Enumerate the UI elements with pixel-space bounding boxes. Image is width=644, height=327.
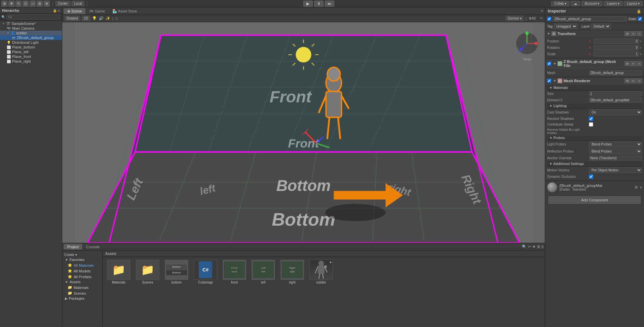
all-materials-item[interactable]: ⭐ All Materials <box>62 262 102 268</box>
add-component-button[interactable]: Add Component <box>548 196 641 204</box>
obj-name-field[interactable] <box>553 16 627 22</box>
project-icon4[interactable]: 9 <box>541 245 543 249</box>
tab-scene[interactable]: ⊕ Scene <box>64 8 85 14</box>
hierarchy-menu[interactable]: ≡ <box>58 9 60 12</box>
tree-item-main-camera[interactable]: 📷 Main Camera <box>0 26 62 31</box>
tree-item-plane-front[interactable]: ⬜ Plane_front <box>0 54 62 59</box>
receive-shadows-checkbox[interactable] <box>589 117 593 121</box>
scale-tool[interactable]: ⊡ <box>23 1 29 7</box>
light-probes-select[interactable]: Blend Probes <box>589 141 642 147</box>
front-asset-item[interactable]: Frontfront front <box>221 260 248 284</box>
pause-button[interactable]: ⏸ <box>314 1 324 7</box>
cast-shadows-select[interactable]: On <box>589 109 642 115</box>
right-asset-item[interactable]: Rightright right <box>279 260 306 284</box>
tab-project[interactable]: Project <box>64 244 82 250</box>
gizmos-dropdown[interactable]: Gizmos ▾ <box>505 16 524 21</box>
tree-item-plane-left[interactable]: ⬜ Plane_left <box>0 50 62 54</box>
left-asset-item[interactable]: Leftleft left <box>250 260 277 284</box>
mr-btn3[interactable]: × <box>637 78 642 83</box>
move-tool[interactable]: ✥ <box>8 1 14 7</box>
mesh-value[interactable] <box>589 70 642 75</box>
materials-sidebar-item[interactable]: 📁 Materials <box>62 285 102 290</box>
pivot-btn[interactable]: Center <box>55 1 70 6</box>
tab-asset-store[interactable]: 🏪 Asset Store <box>109 8 141 14</box>
project-icon3[interactable]: ⊞ <box>537 244 540 249</box>
static-checkbox[interactable] <box>638 17 642 21</box>
element0-input[interactable] <box>589 98 642 103</box>
transform-btn1[interactable]: ⚙ <box>624 31 630 36</box>
materials-folder-item[interactable]: 📁 Materials <box>105 260 132 284</box>
create-button[interactable]: Create ▾ <box>64 253 77 257</box>
scale-x-input[interactable] <box>594 52 639 57</box>
hierarchy-lock[interactable]: 🔒 <box>53 9 57 12</box>
scenes-sidebar-item[interactable]: 📁 Scenes <box>62 290 102 296</box>
soldier-asset-item[interactable]: ▶ soldier <box>308 260 335 284</box>
tree-item-soldier[interactable]: ▼ 👤 soldier <box>0 31 62 35</box>
tree-item-plane-right[interactable]: ⬜ Plane_right <box>0 59 62 64</box>
transform-btn2[interactable]: ≡ <box>631 31 636 36</box>
2d-toggle[interactable]: 2D <box>82 16 90 21</box>
motion-vectors-select[interactable]: Per Object Motion <box>589 167 642 173</box>
rotate-tool[interactable]: ↻ <box>15 1 22 7</box>
collab-button[interactable]: Collab ▾ <box>551 1 569 6</box>
contribute-global-checkbox[interactable] <box>589 122 593 127</box>
rot-x-input[interactable] <box>594 45 639 50</box>
tab-console[interactable]: Console <box>82 244 103 250</box>
space-btn[interactable]: Local <box>72 1 84 6</box>
mesh-filter-header[interactable]: ▼ ⬡ Z Brush_defauIt_group (Mesh Filtr ⚙ … <box>545 59 644 69</box>
transform-header[interactable]: ▼ ⊞ Transform ⚙ ≡ × <box>545 30 644 37</box>
cloud-button[interactable]: ☁ <box>571 1 580 6</box>
project-icon2[interactable]: ★ <box>532 244 536 249</box>
close-icon[interactable]: ✕ <box>540 16 543 21</box>
material-settings-btn[interactable]: ⚙ <box>635 185 638 190</box>
mf-btn2[interactable]: ≡ <box>631 61 636 66</box>
packages-section[interactable]: ▶ Packages <box>62 296 102 301</box>
size-input[interactable] <box>589 91 642 96</box>
transform-btn3[interactable]: × <box>637 31 642 36</box>
play-button[interactable]: ▶ <box>303 1 313 7</box>
unity-icon[interactable]: ⊞ <box>1 1 7 7</box>
layer-select[interactable]: Default <box>591 24 611 29</box>
bottom-asset-item[interactable]: Bottom Bottom bottom <box>163 260 190 284</box>
tree-item-dirlight[interactable]: 💡 Directional Light <box>0 40 62 45</box>
material-more-btn[interactable]: ≡ <box>640 185 642 189</box>
all-models-item[interactable]: ⭐ All Models <box>62 268 102 274</box>
account-button[interactable]: Account ▾ <box>581 1 602 6</box>
mf-btn1[interactable]: ⚙ <box>624 61 630 66</box>
tree-item-plane-bottom[interactable]: ⬜ Plane_bottom <box>0 45 62 50</box>
anchor-override-input[interactable] <box>589 156 642 161</box>
layout-button[interactable]: Layout ▾ <box>624 1 643 6</box>
assets-section[interactable]: ▼ Assets <box>62 280 102 285</box>
tree-item-zbrush[interactable]: 🗃 ZBrush_defauIt_group <box>0 35 62 40</box>
mf-btn3[interactable]: × <box>637 61 642 66</box>
mr-btn1[interactable]: ⚙ <box>624 78 630 83</box>
mr-btn2[interactable]: ≡ <box>631 78 636 83</box>
inspector-lock[interactable]: 🔒 <box>637 9 641 13</box>
step-button[interactable]: ⏭ <box>325 1 334 7</box>
cubemap-asset-item[interactable]: C# Cubemap <box>192 260 219 284</box>
scene-root-item[interactable]: ▼ 🎬 SampleScene* <box>0 21 62 26</box>
scene-viewport[interactable]: Front Left Right Front left right Bottom… <box>62 22 545 243</box>
transform-tool[interactable]: ⊞ <box>37 1 43 7</box>
mesh-renderer-checkbox[interactable] <box>547 79 551 83</box>
hierarchy-search-input[interactable] <box>6 14 61 20</box>
scenes-folder-item[interactable]: 📁 Scenes <box>134 260 161 284</box>
tag-select[interactable]: Untagged <box>554 24 577 29</box>
panel-close-icon[interactable]: ✕ <box>540 9 543 13</box>
reflection-probes-select[interactable]: Blend Probes <box>589 149 642 154</box>
shading-dropdown[interactable]: Shaded <box>64 16 80 21</box>
layers-button[interactable]: Layers ▾ <box>604 1 622 6</box>
mesh-filter-checkbox[interactable] <box>547 62 551 66</box>
custom-tool[interactable]: ⊕ <box>44 1 50 7</box>
obj-active-checkbox[interactable] <box>547 17 551 21</box>
dynamic-occlusion-checkbox[interactable] <box>589 174 593 179</box>
pos-x-input[interactable] <box>594 39 639 44</box>
light-icon2[interactable]: 💡 <box>92 16 97 21</box>
favorites-section[interactable]: ▼ Favorites <box>62 257 102 262</box>
all-prefabs-item[interactable]: ⭐ All Prefabs <box>62 274 102 280</box>
project-icon1[interactable]: ↩ <box>528 244 531 249</box>
rect-tool[interactable]: ▭ <box>30 1 36 7</box>
audio-icon[interactable]: 🔊 <box>99 16 104 21</box>
mesh-renderer-header[interactable]: ▼ ▦ Mesh Renderer ⚙ ≡ × <box>545 77 644 84</box>
fx-icon[interactable]: ✨ <box>106 16 110 21</box>
